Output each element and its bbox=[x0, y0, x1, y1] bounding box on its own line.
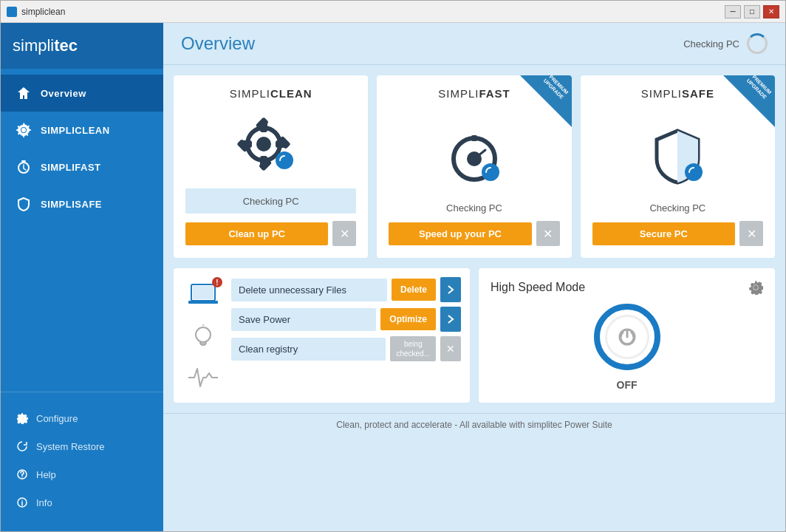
page-title: Overview bbox=[181, 33, 255, 54]
simplifast-card: SIMPLIFAST PREMIUMUPGRADE bbox=[377, 75, 571, 258]
header-status: Checking PC bbox=[683, 33, 768, 54]
delete-chevron-button[interactable] bbox=[440, 277, 461, 302]
close-button[interactable]: ✕ bbox=[763, 5, 779, 18]
optimize-button[interactable]: Optimize bbox=[380, 308, 436, 330]
chevron-right-icon-2 bbox=[447, 314, 454, 324]
svg-rect-26 bbox=[193, 286, 213, 299]
simplisafe-dismiss-button[interactable]: ✕ bbox=[739, 221, 763, 246]
configure-item[interactable]: Configure bbox=[1, 404, 163, 432]
task-row-save-power: Save Power Optimize bbox=[231, 307, 461, 332]
sidebar-bottom: Configure System Restore bbox=[1, 392, 163, 531]
highspeed-gear-button[interactable] bbox=[748, 280, 763, 295]
sidebar-item-simplisafe[interactable]: SIMPLISAFE bbox=[1, 185, 163, 222]
nav-simpliclean-label: SIMPLICLEAN bbox=[41, 125, 110, 136]
delete-files-label: Delete unnecessary Files bbox=[231, 279, 387, 301]
help-label: Help bbox=[36, 469, 56, 480]
gear-icon bbox=[16, 122, 32, 138]
info-icon bbox=[16, 496, 29, 509]
sidebar-item-simplifast[interactable]: SIMPLIFAST bbox=[1, 149, 163, 185]
sidebar: simplitec Overview bbox=[1, 23, 163, 531]
shield-icon bbox=[16, 196, 32, 212]
svg-rect-25 bbox=[188, 301, 218, 304]
svg-point-4 bbox=[21, 477, 22, 477]
simpliclean-card: SIMPLICLEAN bbox=[174, 75, 368, 258]
svg-point-17 bbox=[276, 151, 293, 169]
lightbulb-icon bbox=[190, 323, 216, 352]
svg-point-30 bbox=[753, 285, 758, 290]
svg-rect-20 bbox=[471, 135, 477, 141]
loading-spinner bbox=[747, 33, 768, 54]
delete-button[interactable]: Delete bbox=[392, 279, 436, 301]
fast-timer-icon bbox=[437, 122, 511, 188]
app-window: simpliclean ─ □ ✕ simplitec bbox=[0, 0, 786, 532]
simpliclean-icon-area bbox=[234, 100, 308, 188]
logo: simplitec bbox=[1, 23, 163, 69]
power-state-label: OFF bbox=[617, 379, 638, 391]
simplisafe-title: SIMPLISAFE bbox=[641, 87, 714, 100]
simplifast-status: Checking PC bbox=[446, 202, 502, 214]
checking-status-text: Checking PC bbox=[683, 38, 739, 50]
settings-gear-icon bbox=[748, 280, 763, 295]
nav-simplifast-label: SIMPLIFAST bbox=[41, 162, 101, 173]
heartbeat-icon bbox=[188, 366, 218, 389]
content-header: Overview Checking PC bbox=[163, 23, 785, 65]
nav-simplisafe-label: SIMPLISAFE bbox=[41, 199, 102, 210]
logo-text: simplitec bbox=[13, 36, 151, 55]
svg-point-27 bbox=[196, 327, 211, 342]
bottom-area: ! bbox=[163, 258, 785, 413]
simpliclean-dismiss-button[interactable]: ✕ bbox=[332, 221, 356, 246]
power-icon bbox=[615, 325, 639, 349]
laptop-icon-wrapper: ! bbox=[187, 280, 219, 310]
svg-point-6 bbox=[21, 499, 22, 500]
configure-icon bbox=[16, 412, 29, 425]
clean-gear-icon bbox=[234, 115, 308, 181]
simplifast-dismiss-button[interactable]: ✕ bbox=[536, 221, 560, 246]
main-layout: simplitec Overview bbox=[1, 23, 785, 531]
titlebar: simpliclean ─ □ ✕ bbox=[1, 1, 785, 23]
optimize-chevron-button[interactable] bbox=[440, 307, 461, 332]
svg-point-22 bbox=[482, 163, 499, 181]
content-area: Overview Checking PC SIMPLICLEAN bbox=[163, 23, 785, 531]
tasks-card: ! bbox=[174, 268, 470, 403]
nav-overview-label: Overview bbox=[41, 88, 86, 99]
minimize-button[interactable]: ─ bbox=[725, 5, 741, 18]
simplisafe-actions: Secure PC ✕ bbox=[592, 221, 763, 246]
titlebar-title: simpliclean bbox=[21, 7, 65, 17]
help-icon bbox=[16, 468, 29, 481]
footer: Clean, protect and accelerate - All avai… bbox=[163, 413, 785, 436]
power-button[interactable] bbox=[594, 304, 660, 370]
cleanup-pc-button[interactable]: Clean up PC bbox=[185, 222, 328, 245]
task-row-clean-registry: Clean registry being checked... ✕ bbox=[231, 336, 461, 361]
help-item[interactable]: Help bbox=[1, 460, 163, 488]
footer-text: Clean, protect and accelerate - All avai… bbox=[336, 420, 612, 430]
titlebar-controls: ─ □ ✕ bbox=[725, 5, 779, 18]
info-label: Info bbox=[36, 497, 52, 508]
system-restore-item[interactable]: System Restore bbox=[1, 432, 163, 460]
speedup-pc-button[interactable]: Speed up your PC bbox=[389, 222, 531, 245]
svg-point-0 bbox=[21, 128, 26, 132]
highspeed-card: High Speed Mode bbox=[479, 268, 775, 403]
maximize-button[interactable]: □ bbox=[744, 5, 760, 18]
app-icon bbox=[7, 7, 17, 17]
simpliclean-actions: Clean up PC ✕ bbox=[185, 221, 356, 246]
chevron-right-icon bbox=[447, 284, 454, 295]
highspeed-title: High Speed Mode bbox=[491, 281, 585, 294]
simplifast-actions: Speed up your PC ✕ bbox=[389, 221, 559, 246]
sidebar-nav: Overview SIMPLICLEAN bbox=[1, 69, 163, 392]
tasks-list: Delete unnecessary Files Delete Save Pow… bbox=[231, 277, 461, 394]
system-restore-label: System Restore bbox=[36, 441, 104, 452]
secure-pc-button[interactable]: Secure PC bbox=[592, 222, 735, 245]
simpliclean-status-bg: Checking PC bbox=[185, 188, 356, 214]
titlebar-left: simpliclean bbox=[7, 7, 65, 17]
home-icon bbox=[16, 85, 32, 101]
power-button-inner bbox=[605, 315, 649, 359]
warning-badge: ! bbox=[212, 277, 222, 287]
info-item[interactable]: Info bbox=[1, 488, 163, 516]
svg-point-8 bbox=[256, 137, 271, 151]
sidebar-item-overview[interactable]: Overview bbox=[1, 75, 163, 112]
sidebar-item-simpliclean[interactable]: SIMPLICLEAN bbox=[1, 112, 163, 149]
simplisafe-status: Checking PC bbox=[649, 202, 705, 214]
registry-dismiss-button[interactable]: ✕ bbox=[440, 336, 461, 361]
simpliclean-title: SIMPLICLEAN bbox=[230, 87, 312, 100]
simplifast-icon-area bbox=[437, 100, 511, 202]
